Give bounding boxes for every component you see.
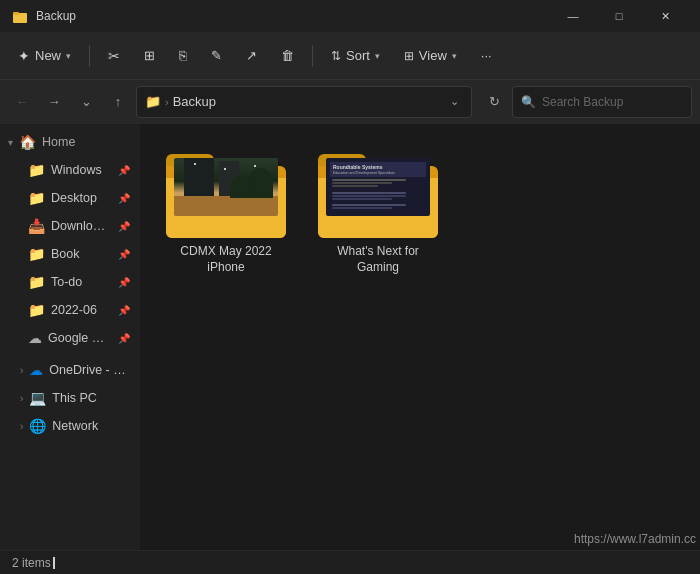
sidebar-todo-label: To-do	[51, 275, 112, 289]
new-label: New	[35, 48, 61, 63]
todo-folder-icon: 📁	[28, 274, 45, 290]
pin-icon-gdrive: 📌	[118, 333, 130, 344]
rename-icon: ✎	[211, 48, 222, 63]
rename-button[interactable]: ✎	[201, 39, 232, 73]
sidebar-book-label: Book	[51, 247, 112, 261]
sidebar-item-book[interactable]: 📁 Book 📌	[2, 240, 138, 268]
gaming-preview-image: Roundtable Systems Education and Develop…	[326, 158, 430, 216]
gaming-slide-header: Roundtable Systems Education and Develop…	[330, 162, 426, 177]
2022-folder-icon: 📁	[28, 302, 45, 318]
paste-button[interactable]: ⎘	[169, 39, 197, 73]
sidebar-windows-label: Windows	[51, 163, 112, 177]
share-button[interactable]: ↗	[236, 39, 267, 73]
title-bar: Backup — □ ✕	[0, 0, 700, 32]
view-button[interactable]: ⊞ View ▾	[394, 39, 467, 73]
folder-thumbnail-gaming: Roundtable Systems Education and Develop…	[318, 148, 438, 238]
back-button[interactable]: ←	[8, 88, 36, 116]
sidebar-downloads-label: Downloads	[51, 219, 112, 233]
minimize-button[interactable]: —	[550, 0, 596, 32]
sidebar-item-desktop[interactable]: 📁 Desktop 📌	[2, 184, 138, 212]
folder-item-gaming[interactable]: Roundtable Systems Education and Develop…	[308, 140, 448, 283]
sidebar-thispc-label: This PC	[52, 391, 130, 405]
cut-button[interactable]: ✂	[98, 39, 130, 73]
copy-button[interactable]: ⊞	[134, 39, 165, 73]
app-icon	[12, 8, 28, 24]
sidebar-onedrive-label: OneDrive - Personal	[49, 363, 130, 377]
more-button[interactable]: ···	[471, 39, 502, 73]
cut-icon: ✂	[108, 48, 120, 64]
desktop-folder-icon: 📁	[28, 190, 45, 206]
folder-item-cdmx[interactable]: CDMX May 2022 iPhone	[156, 140, 296, 283]
sidebar-onedrive[interactable]: › ☁ OneDrive - Personal	[2, 356, 138, 384]
view-chevron: ▾	[452, 51, 457, 61]
thispc-icon: 💻	[29, 390, 46, 406]
folder-name-cdmx: CDMX May 2022 iPhone	[164, 244, 288, 275]
delete-icon: 🗑	[281, 48, 294, 63]
view-label: View	[419, 48, 447, 63]
new-icon: ✦	[18, 48, 30, 64]
search-icon: 🔍	[521, 95, 536, 109]
home-chevron-icon: ▾	[8, 137, 13, 148]
copy-icon: ⊞	[144, 48, 155, 63]
sidebar: ▾ 🏠 Home 📁 Windows 📌 📁 Desktop 📌 📥 Downl…	[0, 124, 140, 550]
new-chevron: ▾	[66, 51, 71, 61]
folder-grid: CDMX May 2022 iPhone Roundtable Systems …	[156, 140, 684, 283]
items-count: 2 items	[12, 556, 51, 570]
folder-thumbnail-cdmx	[166, 148, 286, 238]
delete-button[interactable]: 🗑	[271, 39, 304, 73]
window-controls: — □ ✕	[550, 0, 688, 32]
sidebar-thispc[interactable]: › 💻 This PC	[2, 384, 138, 412]
forward-button[interactable]: →	[40, 88, 68, 116]
view-icon: ⊞	[404, 49, 414, 63]
network-icon: 🌐	[29, 418, 46, 434]
downloads-icon: 📥	[28, 218, 45, 234]
separator-2	[312, 45, 313, 67]
search-placeholder: Search Backup	[542, 95, 623, 109]
sidebar-network[interactable]: › 🌐 Network	[2, 412, 138, 440]
up-down-button[interactable]: ⌄	[72, 88, 100, 116]
home-icon: 🏠	[19, 134, 36, 150]
breadcrumb-separator: ›	[165, 96, 169, 108]
cursor-indicator	[53, 557, 55, 569]
cdmx-preview-image	[174, 158, 278, 216]
refresh-button[interactable]: ↻	[480, 88, 508, 116]
pin-icon-book: 📌	[118, 249, 130, 260]
sidebar-item-gdrive[interactable]: ☁ Google Drive (C… 📌	[2, 324, 138, 352]
toolbar: ✦ New ▾ ✂ ⊞ ⎘ ✎ ↗ 🗑 ⇅ Sort ▾ ⊞ View ▾ ··…	[0, 32, 700, 80]
sidebar-home-label: Home	[42, 135, 130, 149]
pin-icon-2022: 📌	[118, 305, 130, 316]
sidebar-item-todo[interactable]: 📁 To-do 📌	[2, 268, 138, 296]
close-button[interactable]: ✕	[642, 0, 688, 32]
book-folder-icon: 📁	[28, 246, 45, 262]
search-box[interactable]: 🔍 Search Backup	[512, 86, 692, 118]
onedrive-icon: ☁	[29, 362, 43, 378]
sidebar-2022-label: 2022-06	[51, 303, 112, 317]
sidebar-item-2022[interactable]: 📁 2022-06 📌	[2, 296, 138, 324]
sidebar-item-downloads[interactable]: 📥 Downloads 📌	[2, 212, 138, 240]
thispc-chevron-icon: ›	[20, 393, 23, 404]
sidebar-home-header[interactable]: ▾ 🏠 Home	[2, 128, 138, 156]
window-title: Backup	[36, 9, 550, 23]
windows-folder-icon: 📁	[28, 162, 45, 178]
breadcrumb-area[interactable]: 📁 › Backup ⌄	[136, 86, 472, 118]
breadcrumb-path: Backup	[173, 94, 216, 109]
main-area: ▾ 🏠 Home 📁 Windows 📌 📁 Desktop 📌 📥 Downl…	[0, 124, 700, 550]
sort-icon: ⇅	[331, 49, 341, 63]
breadcrumb-dropdown-icon[interactable]: ⌄	[446, 91, 463, 112]
sort-button[interactable]: ⇅ Sort ▾	[321, 39, 390, 73]
sidebar-item-windows[interactable]: 📁 Windows 📌	[2, 156, 138, 184]
sort-label: Sort	[346, 48, 370, 63]
sidebar-network-label: Network	[52, 419, 130, 433]
new-button[interactable]: ✦ New ▾	[8, 39, 81, 73]
up-button[interactable]: ↑	[104, 88, 132, 116]
pin-icon-desktop: 📌	[118, 193, 130, 204]
status-bar: 2 items	[0, 550, 700, 574]
maximize-button[interactable]: □	[596, 0, 642, 32]
sidebar-desktop-label: Desktop	[51, 191, 112, 205]
network-chevron-icon: ›	[20, 421, 23, 432]
pin-icon-todo: 📌	[118, 277, 130, 288]
pin-icon-windows: 📌	[118, 165, 130, 176]
sidebar-gdrive-label: Google Drive (C…	[48, 331, 112, 345]
gaming-slide-lines	[330, 179, 426, 209]
sort-chevron: ▾	[375, 51, 380, 61]
